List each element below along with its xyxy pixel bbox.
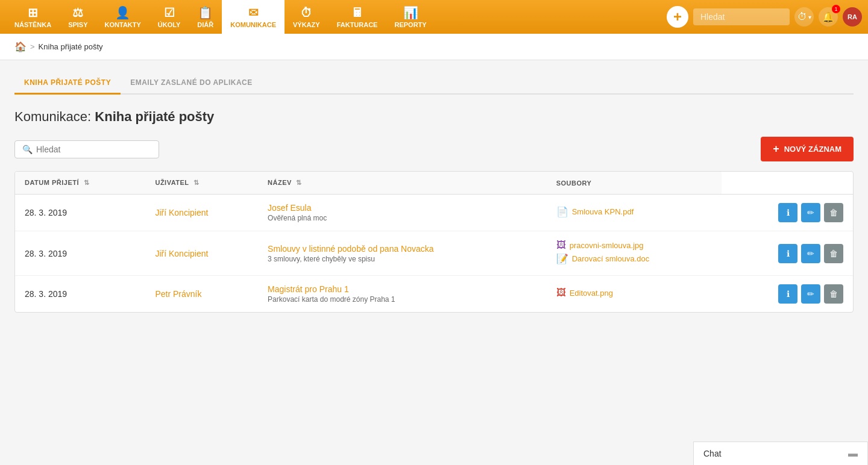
- vykazy-icon: ⏱: [300, 6, 312, 20]
- notification-bell-icon[interactable]: 🔔 1: [819, 7, 838, 27]
- clock-icon[interactable]: ⏱ ▾: [794, 7, 814, 27]
- cell-datum-1: 28. 3. 2019: [15, 231, 145, 276]
- nav-label-ukoly: ÚKOLY: [158, 21, 181, 28]
- komunikace-icon: ✉: [248, 5, 259, 20]
- fakturace-icon: 🖩: [351, 6, 363, 20]
- add-button[interactable]: +: [667, 6, 688, 28]
- cell-nazev-2: Magistrát pro Prahu 1 Parkovací karta do…: [258, 276, 547, 313]
- nav-label-nastenkа: NÁSTĚNKA: [14, 21, 51, 28]
- file-link-1-0[interactable]: 🖼pracovni-smlouva.jpg: [556, 240, 712, 251]
- user-link-0[interactable]: Jiří Koncipient: [155, 208, 208, 217]
- sort-icon-uzivatel: ⇅: [193, 179, 200, 186]
- cell-user-2: Petr Právník: [145, 276, 258, 313]
- nav-item-fakturace[interactable]: 🖩 FAKTURACE: [329, 0, 386, 34]
- nav-search-input[interactable]: [693, 8, 790, 25]
- nav-item-reporty[interactable]: 📊 REPORTY: [386, 0, 435, 34]
- file-link-1-1[interactable]: 📝Darovací smlouva.doc: [556, 253, 712, 264]
- sort-icon-datum: ⇅: [84, 179, 90, 186]
- file-name-1-1: Darovací smlouva.doc: [572, 254, 650, 263]
- breadcrumb-home[interactable]: 🏠: [14, 41, 27, 52]
- info-button-1[interactable]: ℹ: [778, 244, 797, 263]
- nav-label-vykazy: VÝKAZY: [293, 21, 320, 28]
- col-uzivatel[interactable]: UŽIVATEL ⇅: [145, 172, 258, 195]
- cell-datum-2: 28. 3. 2019: [15, 276, 145, 313]
- file-icon-2-0: 🖼: [556, 287, 566, 298]
- record-title-1[interactable]: Smlouvy v listinné podobě od pana Novack…: [268, 244, 537, 254]
- cell-user-1: Jiří Koncipient: [145, 231, 258, 276]
- avatar[interactable]: RA: [843, 7, 862, 27]
- col-datum[interactable]: DATUM PŘIJETÍ ⇅: [15, 172, 145, 195]
- nav-label-komunikace: KOMUNIKACE: [230, 21, 276, 28]
- records-table-container: DATUM PŘIJETÍ ⇅UŽIVATEL ⇅NÁZEV ⇅SOUBORY …: [14, 171, 854, 313]
- nav-label-diar: DIÁŘ: [197, 21, 213, 28]
- nav-label-kontakty: KONTAKTY: [105, 21, 141, 28]
- sort-icon-nazev: ⇅: [296, 179, 302, 186]
- nav-item-diar[interactable]: 📋 DIÁŘ: [189, 0, 222, 34]
- cell-nazev-0: Josef Esula Ověřená plná moc: [258, 195, 547, 231]
- file-icon-1-1: 📝: [556, 253, 568, 264]
- record-title-0[interactable]: Josef Esula: [268, 203, 537, 213]
- edit-button-1[interactable]: ✏: [801, 244, 820, 263]
- record-subtitle-2: Parkovací karta do modré zóny Praha 1: [268, 295, 537, 304]
- file-link-2-0[interactable]: 🖼Editovat.png: [556, 287, 712, 298]
- table-row: 28. 3. 2019Jiří Koncipient Smlouvy v lis…: [15, 231, 853, 276]
- record-subtitle-1: 3 smlouvy, které chyběly ve spisu: [268, 255, 537, 263]
- nav-item-spisy[interactable]: ⚖ SPISY: [60, 0, 96, 34]
- file-link-0-0[interactable]: 📄Smlouva KPN.pdf: [556, 206, 712, 217]
- file-icon-0-0: 📄: [556, 206, 568, 217]
- cell-datum-0: 28. 3. 2019: [15, 195, 145, 231]
- nav-item-nastenkа[interactable]: ⊞ NÁSTĚNKA: [6, 0, 60, 34]
- user-link-1[interactable]: Jiří Koncipient: [155, 249, 208, 258]
- info-button-0[interactable]: ℹ: [778, 203, 797, 222]
- table-row: 28. 3. 2019Jiří Koncipient Josef Esula O…: [15, 195, 853, 231]
- record-subtitle-0: Ověřená plná moc: [268, 214, 537, 222]
- edit-button-2[interactable]: ✏: [801, 284, 820, 304]
- delete-button-2[interactable]: 🗑: [824, 284, 843, 304]
- nav-item-ukoly[interactable]: ☑ ÚKOLY: [149, 0, 189, 34]
- record-title-2[interactable]: Magistrát pro Prahu 1: [268, 284, 537, 294]
- nav-label-reporty: REPORTY: [394, 21, 426, 28]
- file-name-1-0: pracovni-smlouva.jpg: [570, 241, 644, 250]
- cell-soubory-1: 🖼pracovni-smlouva.jpg📝Darovací smlouva.d…: [547, 231, 722, 276]
- search-box: 🔍: [14, 140, 159, 158]
- nav-label-spisy: SPISY: [68, 21, 87, 28]
- reporty-icon: 📊: [403, 5, 418, 20]
- action-btns-1: ℹ ✏ 🗑: [731, 244, 843, 263]
- toolbar: 🔍 + NOVÝ ZÁZNAM: [14, 137, 854, 161]
- search-input[interactable]: [36, 145, 151, 154]
- cell-actions-0: ℹ ✏ 🗑: [722, 195, 853, 231]
- file-name-0-0: Smlouva KPN.pdf: [572, 207, 634, 216]
- info-button-2[interactable]: ℹ: [778, 284, 797, 304]
- notification-badge: 1: [832, 5, 840, 13]
- breadcrumb-separator: >: [30, 42, 35, 51]
- action-btns-2: ℹ ✏ 🗑: [731, 284, 843, 304]
- cell-user-0: Jiří Koncipient: [145, 195, 258, 231]
- cell-actions-2: ℹ ✏ 🗑: [722, 276, 853, 313]
- cell-actions-1: ℹ ✏ 🗑: [722, 231, 853, 276]
- file-name-2-0: Editovat.png: [570, 289, 613, 298]
- main-content: KNIHA PŘIJATÉ POŠTYEMAILY ZASLANÉ DO APL…: [0, 60, 868, 325]
- delete-button-0[interactable]: 🗑: [824, 203, 843, 222]
- search-icon: 🔍: [22, 145, 33, 154]
- new-record-button[interactable]: + NOVÝ ZÁZNAM: [761, 137, 854, 161]
- action-btns-0: ℹ ✏ 🗑: [731, 203, 843, 222]
- cell-soubory-0: 📄Smlouva KPN.pdf: [547, 195, 722, 231]
- tab-emaily[interactable]: EMAILY ZASLANÉ DO APLIKACE: [121, 72, 262, 95]
- col-soubory: SOUBORY: [547, 172, 722, 195]
- cell-soubory-2: 🖼Editovat.png: [547, 276, 722, 313]
- col-nazev[interactable]: NÁZEV ⇅: [258, 172, 547, 195]
- nav-item-komunikace[interactable]: ✉ KOMUNIKACE: [222, 0, 285, 34]
- tab-kniha[interactable]: KNIHA PŘIJATÉ POŠTY: [14, 72, 121, 95]
- edit-button-0[interactable]: ✏: [801, 203, 820, 222]
- delete-button-1[interactable]: 🗑: [824, 244, 843, 263]
- nav-item-kontakty[interactable]: 👤 KONTAKTY: [96, 0, 149, 34]
- top-navigation: ⊞ NÁSTĚNKA ⚖ SPISY 👤 KONTAKTY ☑ ÚKOLY 📋 …: [0, 0, 868, 34]
- diar-icon: 📋: [198, 5, 213, 20]
- cell-nazev-1: Smlouvy v listinné podobě od pana Novack…: [258, 231, 547, 276]
- user-link-2[interactable]: Petr Právník: [155, 289, 201, 299]
- spisy-icon: ⚖: [72, 5, 83, 20]
- tab-bar: KNIHA PŘIJATÉ POŠTYEMAILY ZASLANÉ DO APL…: [14, 72, 854, 95]
- kontakty-icon: 👤: [115, 5, 130, 20]
- nav-item-vykazy[interactable]: ⏱ VÝKAZY: [285, 0, 329, 34]
- breadcrumb: 🏠 > Kniha přijaté pošty: [0, 34, 868, 60]
